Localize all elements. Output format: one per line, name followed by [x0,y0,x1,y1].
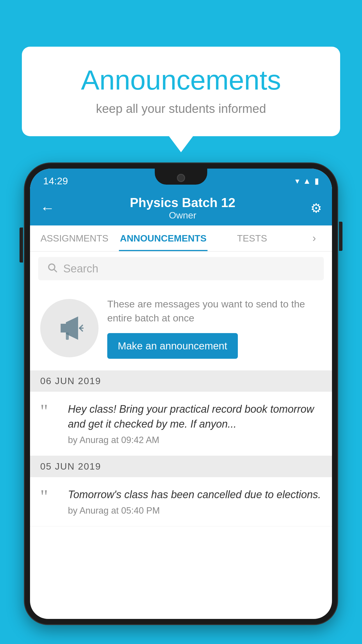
quote-icon-1: " [40,402,61,445]
app-bar-title-section: Physics Batch 12 Owner [55,195,310,221]
search-container: Search [30,252,332,286]
date-divider-2: 05 JUN 2019 [30,456,332,477]
announcement-prompt-description: These are messages you want to send to t… [107,297,322,325]
announcement-item-1[interactable]: " Hey class! Bring your practical record… [30,392,332,456]
phone-notch [155,169,207,185]
speech-bubble-card: Announcements keep all your students inf… [22,47,340,136]
app-bar: ← Physics Batch 12 Owner ⚙ [30,190,332,225]
announcement-author-2: by Anurag at 05:40 PM [68,505,322,516]
svg-rect-4 [66,332,69,340]
make-announcement-button[interactable]: Make an announcement [107,333,238,359]
tab-bar: ASSIGNMENTS ANNOUNCEMENTS TESTS › [30,225,332,252]
front-camera [177,174,185,182]
announcement-text-1: Hey class! Bring your practical record b… [68,402,322,431]
announcement-icon-circle [40,299,99,357]
bubble-subtitle: keep all your students informed [45,102,317,116]
phone-outer-shell: 14:29 ▾ ▲ ▮ ← Physics Batch 12 Owner ⚙ [25,163,337,624]
search-icon [47,262,57,275]
svg-marker-2 [61,324,66,332]
bubble-title: Announcements [45,64,317,96]
wifi-icon: ▾ [295,176,299,186]
announcement-item-2[interactable]: " Tomorrow's class has been cancelled du… [30,477,332,526]
speech-bubble-section: Announcements keep all your students inf… [22,47,340,136]
tab-more[interactable]: › [296,225,332,251]
announcement-prompt: These are messages you want to send to t… [30,286,332,370]
tab-tests[interactable]: TESTS [208,225,296,251]
date-divider-1: 06 JUN 2019 [30,370,332,392]
phone-screen: 14:29 ▾ ▲ ▮ ← Physics Batch 12 Owner ⚙ [30,169,332,619]
date-label-1: 06 JUN 2019 [40,376,101,386]
announcement-content-1: Hey class! Bring your practical record b… [68,402,322,445]
signal-icon: ▲ [303,176,311,186]
announcement-content-2: Tomorrow's class has been cancelled due … [68,487,322,516]
back-button[interactable]: ← [40,200,55,216]
quote-icon-2: " [40,487,61,516]
search-bar[interactable]: Search [38,257,324,280]
app-bar-title: Physics Batch 12 [55,195,310,210]
date-label-2: 05 JUN 2019 [40,461,101,472]
tab-assignments[interactable]: ASSIGNMENTS [30,225,119,251]
announcement-text-2: Tomorrow's class has been cancelled due … [68,487,322,502]
battery-icon: ▮ [314,176,319,186]
settings-icon[interactable]: ⚙ [310,201,322,216]
announcement-author-1: by Anurag at 09:42 AM [68,435,322,445]
svg-point-0 [49,264,55,270]
status-icons: ▾ ▲ ▮ [295,176,319,186]
status-time: 14:29 [43,175,68,187]
search-placeholder-text: Search [63,262,98,275]
phone-mockup: 14:29 ▾ ▲ ▮ ← Physics Batch 12 Owner ⚙ [25,163,337,644]
announcement-prompt-right: These are messages you want to send to t… [107,297,322,359]
svg-line-1 [55,270,57,272]
megaphone-icon [55,314,84,343]
tab-announcements[interactable]: ANNOUNCEMENTS [119,225,208,251]
app-bar-subtitle: Owner [55,210,310,221]
